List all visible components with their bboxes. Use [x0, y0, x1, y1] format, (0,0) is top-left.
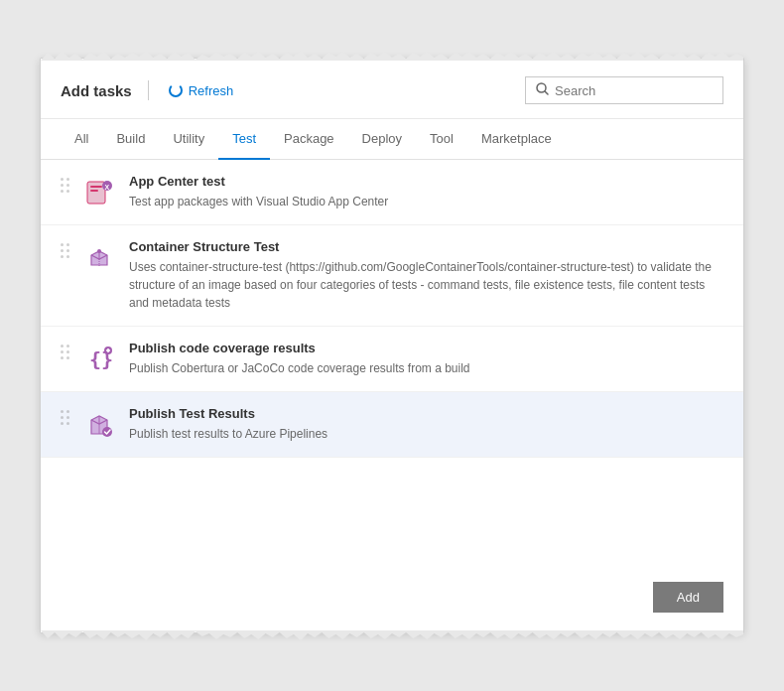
svg-point-7 [97, 249, 101, 253]
header-left: Add tasks Refresh [61, 80, 237, 100]
tab-test[interactable]: Test [218, 119, 270, 160]
tab-build[interactable]: Build [102, 119, 159, 160]
tab-utility[interactable]: Utility [159, 119, 218, 160]
drag-handle[interactable] [61, 406, 69, 425]
tab-deploy[interactable]: Deploy [348, 119, 416, 160]
task-content-app-center: App Center test Test app packages with V… [129, 174, 723, 210]
drag-handle[interactable] [61, 174, 69, 193]
task-item-container-structure-test[interactable]: Container Structure Test Uses container-… [41, 225, 743, 327]
task-item-app-center-test[interactable]: X App Center test Test app packages with… [41, 160, 743, 225]
app-center-icon: X [81, 174, 117, 209]
task-desc-test-results: Publish test results to Azure Pipelines [129, 425, 723, 443]
tab-bar: All Build Utility Test Package Deploy To… [41, 119, 743, 160]
refresh-label: Refresh [189, 83, 234, 98]
task-desc-container: Uses container-structure-test (https://g… [129, 258, 723, 312]
task-title-container: Container Structure Test [129, 239, 723, 254]
svg-point-12 [102, 427, 112, 437]
refresh-button[interactable]: Refresh [165, 81, 238, 100]
task-title-app-center: App Center test [129, 174, 723, 189]
add-tasks-panel: Add tasks Refresh All Build Utility Test… [40, 58, 744, 633]
svg-line-1 [545, 91, 548, 94]
refresh-icon [169, 83, 183, 97]
task-title-coverage: Publish code coverage results [129, 341, 723, 355]
search-icon [536, 82, 549, 98]
add-button[interactable]: Add [653, 582, 723, 613]
tab-marketplace[interactable]: Marketplace [467, 119, 566, 160]
panel-title: Add tasks [61, 82, 132, 99]
task-content-test-results: Publish Test Results Publish test result… [129, 406, 723, 443]
task-title-test-results: Publish Test Results [129, 406, 723, 421]
svg-rect-3 [90, 186, 102, 188]
coverage-icon: {} [81, 341, 117, 376]
search-box [525, 76, 723, 104]
drag-handle[interactable] [61, 341, 69, 359]
container-icon [81, 239, 117, 275]
task-desc-app-center: Test app packages with Visual Studio App… [129, 193, 723, 210]
panel-header: Add tasks Refresh [41, 59, 743, 119]
header-divider [148, 80, 149, 100]
task-item-publish-code-coverage[interactable]: {} Publish code coverage results Publish… [41, 327, 743, 392]
tab-all[interactable]: All [61, 119, 102, 160]
tab-package[interactable]: Package [270, 119, 348, 160]
tab-tool[interactable]: Tool [416, 119, 467, 160]
task-content-coverage: Publish code coverage results Publish Co… [129, 341, 723, 377]
task-content-container: Container Structure Test Uses container-… [129, 239, 723, 312]
task-item-publish-test-results[interactable]: Publish Test Results Publish test result… [41, 392, 743, 458]
drag-handle[interactable] [61, 239, 69, 258]
search-input[interactable] [555, 83, 713, 98]
test-results-icon [81, 406, 117, 442]
task-list: X App Center test Test app packages with… [41, 160, 743, 458]
task-desc-coverage: Publish Cobertura or JaCoCo code coverag… [129, 359, 723, 377]
svg-rect-4 [90, 190, 98, 192]
svg-text:X: X [105, 184, 110, 191]
